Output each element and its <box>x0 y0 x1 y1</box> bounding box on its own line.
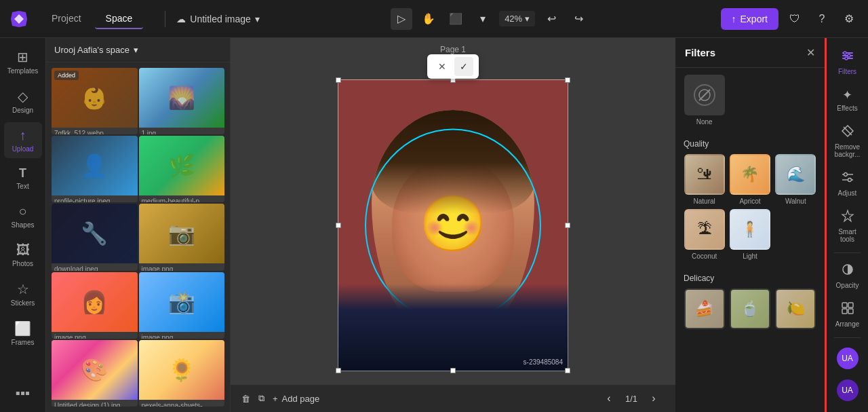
tab-project[interactable]: Project <box>41 9 92 29</box>
image-id: s-239485084 <box>524 358 563 366</box>
help-icon[interactable]: ? <box>811 8 833 30</box>
svg-rect-18 <box>848 309 853 314</box>
filter-label: Light <box>743 252 757 260</box>
canvas-area: Page 1 😊 <box>231 38 675 412</box>
undo-button[interactable]: ↩ <box>540 8 562 30</box>
zoom-control[interactable]: 42% ▾ <box>499 11 535 26</box>
sidebar-item-label: Templates <box>7 67 39 75</box>
next-page-button[interactable]: › <box>643 388 665 409</box>
add-page-label: Add page <box>282 394 320 404</box>
add-page-icon: + <box>273 394 278 404</box>
redo-button[interactable]: ↪ <box>568 8 589 30</box>
page-nav: ‹ 1/1 › <box>598 388 665 409</box>
file-thumb-7gfkk[interactable]: 👶 Added 7gfkk_512.webp <box>52 68 138 134</box>
sidebar-item-label: Upload <box>12 145 34 153</box>
filters-title: Filters <box>685 47 715 58</box>
svg-rect-15 <box>842 303 847 307</box>
thumb-label: medium-beautiful-p... <box>139 195 225 202</box>
sidebar-item-more[interactable]: ▪▪▪ <box>4 380 42 407</box>
file-thumb-image1[interactable]: 📷 image.png <box>139 204 225 270</box>
rs-item-filters[interactable]: Filters <box>829 43 867 81</box>
filter-del1[interactable]: 🍰 <box>684 288 725 332</box>
photos-icon: 🖼 <box>16 242 30 258</box>
sidebar-item-upload[interactable]: ↑ Upload <box>4 122 42 158</box>
file-thumb-untitled[interactable]: 🎨 Untitled design (1).jpg <box>52 340 138 407</box>
canvas-frame[interactable]: 😊 <box>338 79 568 371</box>
frame-tool-button[interactable]: ⬛ <box>445 8 467 30</box>
file-thumb-image2[interactable]: 👩 image.png <box>52 272 138 339</box>
export-button[interactable]: ↑ Export <box>721 8 778 30</box>
rs-item-opacity[interactable]: Opacity <box>829 257 867 295</box>
rs-item-arrange[interactable]: Arrange <box>829 296 867 333</box>
thumb-label: pexels-anna-shvets-... <box>139 400 225 407</box>
avatar-initials: UA <box>842 386 853 395</box>
main-area: ⊞ Templates ◇ Design ↑ Upload T Text ○ S… <box>0 38 868 412</box>
svg-rect-17 <box>842 309 847 314</box>
cancel-button[interactable]: ✕ <box>433 57 452 76</box>
filter-natural[interactable]: 🏜 Natural <box>684 154 725 205</box>
tab-space[interactable]: Space <box>95 9 144 29</box>
file-grid: 👶 Added 7gfkk_512.webp 🌄 1.jpg 👤 profile… <box>46 62 230 412</box>
avatar-bottom[interactable]: UA <box>837 379 859 401</box>
rs-label: Smart tools <box>831 228 864 243</box>
zoom-value: 42% <box>505 14 522 24</box>
confirm-bar: ✕ ✓ <box>427 54 479 79</box>
select-tool-button[interactable]: ▷ <box>391 8 412 30</box>
space-selector[interactable]: Urooj Aafia's space ▾ <box>54 45 138 55</box>
sidebar-item-templates[interactable]: ⊞ Templates <box>4 43 42 80</box>
sidebar-item-label: Stickers <box>11 299 35 307</box>
sidebar-item-label: Shapes <box>12 221 35 229</box>
avatar-top[interactable]: UA <box>837 348 859 369</box>
filter-apricot-thumb: 🌴 <box>730 154 770 195</box>
svg-marker-13 <box>842 210 853 221</box>
adjust-icon <box>841 170 854 187</box>
filters-close-button[interactable]: ✕ <box>806 46 815 59</box>
filter-apricot[interactable]: 🌴 Apricot <box>729 154 770 205</box>
prev-page-button[interactable]: ‹ <box>598 388 620 409</box>
topbar-center: ▷ ✋ ⬛ ▾ 42% ▾ ↩ ↪ <box>265 8 715 30</box>
file-thumb-medium[interactable]: 🌿 medium-beautiful-p... <box>139 136 225 202</box>
shield-icon[interactable]: 🛡 <box>784 8 806 30</box>
sidebar-item-label: Text <box>16 183 28 190</box>
rs-item-effects[interactable]: ✦ Effects <box>829 82 867 117</box>
rs-item-remove-bg[interactable]: Remove backgr... <box>829 119 867 164</box>
rs-label: Filters <box>838 68 856 75</box>
file-thumb-1jpg[interactable]: 🌄 1.jpg <box>139 68 225 134</box>
topbar-tabs: Project Space <box>41 9 143 29</box>
file-thumb-profile[interactable]: 👤 profile-picture.jpeg <box>52 136 138 202</box>
app-logo[interactable] <box>8 8 30 30</box>
thumb-image: 🎨 <box>52 340 138 400</box>
filter-none[interactable]: None <box>684 75 725 126</box>
sidebar-item-design[interactable]: ◇ Design <box>4 83 42 119</box>
ok-button[interactable]: ✓ <box>454 57 473 76</box>
sidebar-item-frames[interactable]: ⬜ Frames <box>4 315 42 352</box>
upload-icon: ↑ <box>20 128 26 143</box>
sidebar-item-stickers[interactable]: ☆ Stickers <box>4 276 42 312</box>
thumb-image: 👩 <box>52 272 138 332</box>
rs-item-smart-tools[interactable]: Smart tools <box>829 204 867 248</box>
filter-label: Natural <box>694 198 715 205</box>
rs-item-adjust[interactable]: Adjust <box>829 165 867 202</box>
add-page-button[interactable]: + Add page <box>273 394 319 404</box>
filter-walnut-thumb: 🌊 <box>775 154 816 195</box>
move-tool-button[interactable]: ✋ <box>418 8 439 30</box>
filter-light[interactable]: 🧍 Light <box>729 209 770 260</box>
frame-chevron-button[interactable]: ▾ <box>472 8 494 30</box>
file-thumb-pexels[interactable]: 🌻 pexels-anna-shvets-... <box>139 340 225 407</box>
filter-coconut[interactable]: 🏝 Coconut <box>684 209 725 260</box>
copy-page-button[interactable]: ⧉ <box>258 393 264 404</box>
sidebar-item-shapes[interactable]: ○ Shapes <box>4 198 42 234</box>
file-thumb-download[interactable]: 🔧 download.jpeg <box>52 204 138 270</box>
sidebar-item-photos[interactable]: 🖼 Photos <box>4 237 42 273</box>
file-thumb-image3[interactable]: 📸 image.png <box>139 272 225 339</box>
quality-title: Quality <box>684 139 816 149</box>
delete-page-button[interactable]: 🗑 <box>241 394 250 404</box>
sidebar-item-text[interactable]: T Text <box>4 161 42 195</box>
filter-del2[interactable]: 🍵 <box>729 288 770 332</box>
filter-walnut[interactable]: 🌊 Walnut <box>775 154 816 205</box>
settings-icon[interactable]: ⚙ <box>838 8 860 30</box>
filter-del3[interactable]: 🍋 <box>775 288 816 332</box>
svg-point-6 <box>848 54 850 57</box>
file-title-area[interactable]: ☁ Untitled image ▾ <box>176 14 260 24</box>
none-icon <box>694 84 715 106</box>
